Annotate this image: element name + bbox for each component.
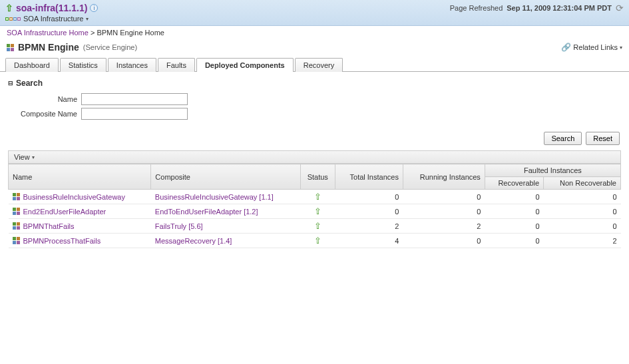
composite-link[interactable]: BusinessRuleInclusiveGateway [1.1] bbox=[155, 193, 274, 201]
component-name-link[interactable]: BPMNThatFails bbox=[23, 222, 75, 230]
breadcrumb-home[interactable]: SOA Infrastructure Home bbox=[7, 29, 89, 37]
chain-icon: 🔗 bbox=[561, 43, 571, 52]
refresh-info: Page Refreshed Sep 11, 2009 12:31:04 PM … bbox=[450, 3, 624, 13]
tab-dashboard[interactable]: Dashboard bbox=[5, 58, 59, 72]
status-up-icon: ⇧ bbox=[304, 221, 331, 231]
tab-faults[interactable]: Faults bbox=[158, 58, 195, 72]
col-status[interactable]: Status bbox=[300, 164, 335, 190]
tab-deployed-components[interactable]: Deployed Components bbox=[196, 58, 294, 72]
table-row: BusinessRuleInclusiveGatewayBusinessRule… bbox=[9, 190, 621, 204]
running-instances: 0 bbox=[403, 234, 485, 248]
col-nonrecoverable[interactable]: Non Recoverable bbox=[544, 177, 621, 190]
infra-dropdown[interactable]: SOA Infrastructure ▾ bbox=[5, 15, 98, 23]
component-icon bbox=[13, 222, 20, 230]
col-name[interactable]: Name bbox=[9, 164, 151, 190]
infra-icon bbox=[5, 17, 21, 21]
composite-link[interactable]: MessageRecovery [1.4] bbox=[155, 237, 232, 245]
refresh-prefix: Page Refreshed bbox=[450, 4, 503, 12]
search-name-input[interactable] bbox=[81, 93, 188, 105]
view-dropdown[interactable]: View ▾ bbox=[8, 150, 621, 164]
non-recoverable: 0 bbox=[544, 190, 621, 204]
recoverable: 0 bbox=[485, 190, 543, 204]
related-links-dropdown[interactable]: 🔗 Related Links ▾ bbox=[561, 43, 622, 52]
running-instances: 2 bbox=[403, 219, 485, 234]
recoverable: 0 bbox=[485, 204, 543, 219]
page-title[interactable]: soa-infra(11.1.1) bbox=[16, 3, 87, 13]
component-name-link[interactable]: BusinessRuleInclusiveGateway bbox=[23, 193, 125, 201]
info-icon[interactable]: i bbox=[90, 4, 98, 12]
related-links-label: Related Links bbox=[573, 43, 618, 51]
tab-statistics[interactable]: Statistics bbox=[60, 58, 106, 72]
col-composite[interactable]: Composite bbox=[151, 164, 300, 190]
search-composite-label: Composite Name bbox=[8, 110, 81, 118]
engine-title: BPMN Engine bbox=[18, 42, 79, 53]
component-icon bbox=[13, 208, 20, 215]
non-recoverable: 2 bbox=[544, 234, 621, 248]
search-button[interactable]: Search bbox=[544, 132, 582, 145]
breadcrumb: SOA Infrastructure Home > BPMN Engine Ho… bbox=[0, 26, 629, 39]
non-recoverable: 0 bbox=[544, 219, 621, 234]
composite-link[interactable]: EndToEndUserFileAdapter [1.2] bbox=[155, 208, 258, 216]
composite-link[interactable]: FailsTruly [5.6] bbox=[155, 222, 203, 230]
breadcrumb-current: BPMN Engine Home bbox=[97, 29, 164, 37]
running-instances: 0 bbox=[403, 190, 485, 204]
tab-instances[interactable]: Instances bbox=[108, 58, 156, 72]
chevron-down-icon: ▾ bbox=[32, 154, 35, 160]
status-up-icon: ⇧ bbox=[304, 192, 331, 202]
chevron-down-icon: ▾ bbox=[620, 45, 622, 51]
component-name-link[interactable]: BPMNProcessThatFails bbox=[23, 237, 101, 245]
components-table: Name Composite Status Total Instances Ru… bbox=[8, 164, 621, 248]
total-instances: 4 bbox=[335, 234, 403, 248]
running-instances: 0 bbox=[403, 204, 485, 219]
non-recoverable: 0 bbox=[544, 204, 621, 219]
reset-button[interactable]: Reset bbox=[586, 132, 620, 145]
status-up-icon: ⇧ bbox=[5, 3, 13, 13]
tab-recovery[interactable]: Recovery bbox=[295, 58, 343, 72]
refresh-time: Sep 11, 2009 12:31:04 PM PDT bbox=[507, 4, 612, 12]
status-up-icon: ⇧ bbox=[304, 206, 331, 216]
table-row: End2EndUserFileAdapterEndToEndUserFileAd… bbox=[9, 204, 621, 219]
total-instances: 0 bbox=[335, 204, 403, 219]
col-faulted[interactable]: Faulted Instances bbox=[485, 164, 620, 177]
engine-subtitle: (Service Engine) bbox=[83, 43, 137, 51]
chevron-down-icon: ▾ bbox=[86, 16, 89, 22]
component-name-link[interactable]: End2EndUserFileAdapter bbox=[23, 208, 106, 216]
collapse-icon[interactable]: ⊟ bbox=[8, 80, 13, 87]
engine-icon bbox=[7, 44, 14, 51]
search-header: Search bbox=[16, 79, 43, 88]
component-icon bbox=[13, 193, 20, 200]
refresh-icon[interactable]: ⟳ bbox=[616, 3, 624, 13]
header-bar: ⇧ soa-infra(11.1.1) i SOA Infrastructure… bbox=[0, 0, 629, 26]
tabs: DashboardStatisticsInstancesFaultsDeploy… bbox=[0, 58, 629, 72]
view-label: View bbox=[14, 153, 30, 161]
recoverable: 0 bbox=[485, 234, 543, 248]
table-row: BPMNThatFailsFailsTruly [5.6]⇧2200 bbox=[9, 219, 621, 234]
breadcrumb-sep: > bbox=[91, 29, 97, 37]
infra-label: SOA Infrastructure bbox=[23, 15, 83, 23]
col-running[interactable]: Running Instances bbox=[403, 164, 485, 190]
recoverable: 0 bbox=[485, 219, 543, 234]
search-name-label: Name bbox=[8, 95, 81, 103]
col-recoverable[interactable]: Recoverable bbox=[485, 177, 543, 190]
col-total[interactable]: Total Instances bbox=[335, 164, 403, 190]
search-composite-input[interactable] bbox=[81, 108, 188, 120]
status-up-icon: ⇧ bbox=[304, 236, 331, 246]
component-icon bbox=[13, 237, 20, 244]
table-row: BPMNProcessThatFailsMessageRecovery [1.4… bbox=[9, 234, 621, 248]
total-instances: 0 bbox=[335, 190, 403, 204]
total-instances: 2 bbox=[335, 219, 403, 234]
